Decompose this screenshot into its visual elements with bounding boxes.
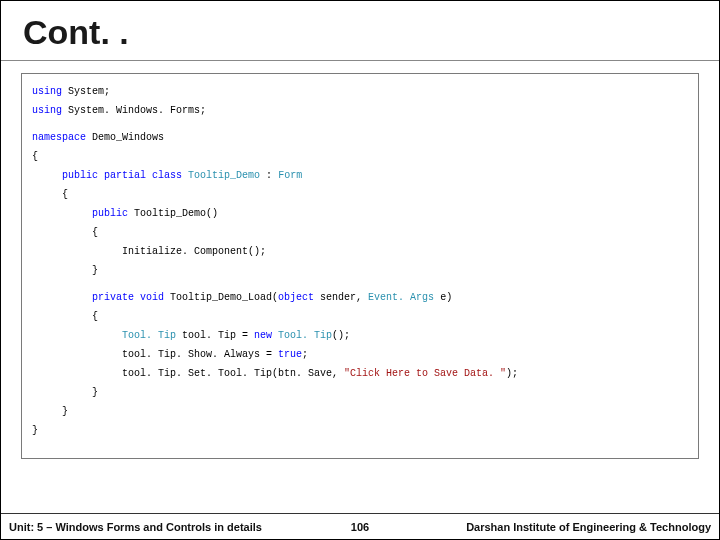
footer-institute: Darshan Institute of Engineering & Techn… [405, 521, 719, 533]
footer-unit: Unit: 5 – Windows Forms and Controls in … [1, 521, 315, 533]
code-line: using System. Windows. Forms; [32, 101, 688, 120]
code-line: { [32, 147, 688, 166]
code-line: private void Tooltip_Demo_Load(object se… [32, 288, 688, 307]
code-line: } [32, 383, 688, 402]
footer: Unit: 5 – Windows Forms and Controls in … [1, 513, 719, 539]
slide: Cont. . using System; using System. Wind… [0, 0, 720, 540]
code-line: } [32, 402, 688, 421]
code-line: tool. Tip. Show. Always = true; [32, 345, 688, 364]
code-box: using System; using System. Windows. For… [21, 73, 699, 459]
footer-page: 106 [315, 521, 405, 533]
code-line: using System; [32, 82, 688, 101]
code-line: { [32, 223, 688, 242]
code-line: namespace Demo_Windows [32, 128, 688, 147]
slide-title: Cont. . [1, 1, 719, 61]
code-line: } [32, 421, 688, 440]
code-line: Tool. Tip tool. Tip = new Tool. Tip(); [32, 326, 688, 345]
code-line: public partial class Tooltip_Demo : Form [32, 166, 688, 185]
code-line: tool. Tip. Set. Tool. Tip(btn. Save, "Cl… [32, 364, 688, 383]
code-line: { [32, 185, 688, 204]
code-line: { [32, 307, 688, 326]
code-line: Initialize. Component(); [32, 242, 688, 261]
code-line: } [32, 261, 688, 280]
code-line: public Tooltip_Demo() [32, 204, 688, 223]
